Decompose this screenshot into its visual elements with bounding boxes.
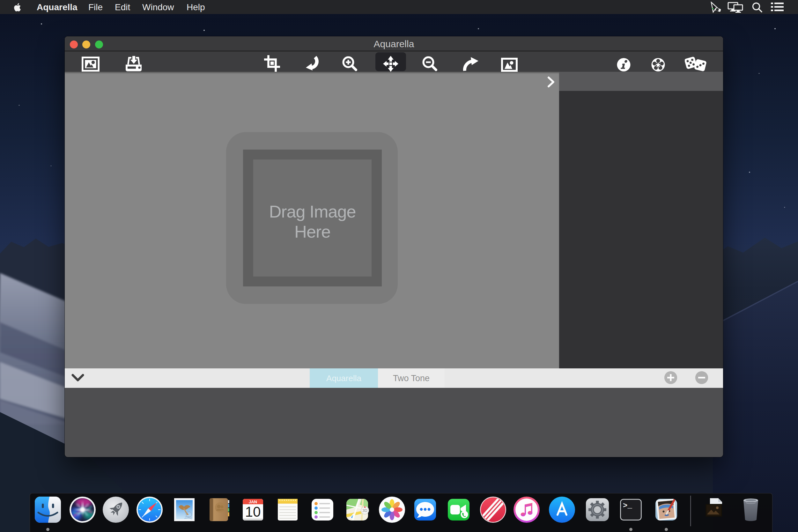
svg-text:JAN: JAN (249, 499, 257, 504)
svg-text:10: 10 (245, 504, 261, 519)
svg-text:>_: >_ (623, 501, 632, 510)
svg-text:3D: 3D (362, 508, 367, 513)
